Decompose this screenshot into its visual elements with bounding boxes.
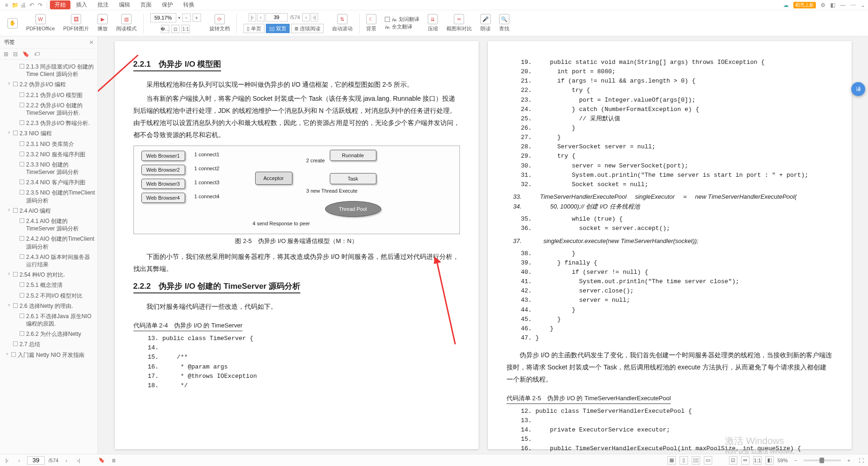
bookmark2-icon[interactable]: 🏷 <box>34 51 40 57</box>
tts-button[interactable]: 🎤朗读 <box>477 14 494 32</box>
continuous-view[interactable]: ≣连续阅读 <box>291 24 324 33</box>
bookmark-item[interactable]: 2.6.2 为什么选择Netty <box>0 329 97 339</box>
page-input[interactable] <box>265 13 288 21</box>
zoom-slider[interactable] <box>804 459 841 461</box>
status-page-input[interactable] <box>27 456 45 465</box>
read-mode[interactable]: ▥阅读模式 <box>112 14 140 32</box>
bookmark-item[interactable]: 2.3.1 NIO 类库简介 <box>0 139 97 149</box>
minimize-icon[interactable]: — <box>840 2 846 8</box>
close-sidebar[interactable]: ✕ <box>89 39 94 46</box>
next-page[interactable]: › <box>302 13 310 21</box>
menu-convert[interactable]: 转换 <box>179 0 199 9</box>
bookmark-item[interactable]: 2.2.1 伪异步I/O 模型图 <box>0 90 97 100</box>
bookmark-item[interactable]: ▿2.4 AIO 编程 <box>0 206 97 216</box>
autoscroll-button[interactable]: ⇅自动滚动 <box>328 14 356 32</box>
bookmark-item[interactable]: 2.2.3 伪异步I/O 弊端分析. <box>0 118 97 128</box>
zoom-in[interactable]: + <box>193 14 201 22</box>
bookmark-tree[interactable]: 2.1.3 同步阻塞式I/O 创建的Time Client 源码分析▿2.2 伪… <box>0 60 97 454</box>
bookmark-item[interactable]: 2.5.1 概念澄清 <box>0 280 97 290</box>
view-mode-4-icon[interactable]: ▭ <box>704 456 712 465</box>
bookmark-item[interactable]: 2.3.3 NIO 创建的TimeServer 源码分析 <box>0 160 97 177</box>
expand-all-icon[interactable]: ⊞ <box>4 51 8 57</box>
compress-button[interactable]: ⇊压缩 <box>424 14 442 32</box>
view-mode-3-icon[interactable]: ▯▯ <box>692 456 700 465</box>
pdf-to-image[interactable]: 🖼PDF转图片 <box>60 14 93 32</box>
status-bookmark-icon[interactable]: 🔖 <box>97 456 106 465</box>
bookmark-item[interactable]: 2.7 总结 <box>0 339 97 349</box>
status-zoom-out[interactable]: − <box>792 456 800 465</box>
bookmark-icon[interactable]: 🔖 <box>22 51 29 57</box>
prev-page[interactable]: ‹ <box>257 13 264 21</box>
crop-icon: ✂ <box>454 14 464 24</box>
bookmark-item[interactable]: ▿入门篇 Netty NIO 开发指南 <box>0 350 97 360</box>
fullscreen-icon[interactable]: ⛶ <box>857 456 865 465</box>
bookmark-item[interactable]: 2.4.2 AIO 创建的TimeClient 源码分析 <box>0 234 97 251</box>
status-prev[interactable]: ‹ <box>15 456 23 465</box>
play-button[interactable]: ▶播放 <box>94 14 111 32</box>
bookmark-item[interactable]: 2.3.2 NIO 服务端序列图 <box>0 149 97 160</box>
menu-protect[interactable]: 保护 <box>157 0 178 9</box>
cloud-icon[interactable]: ☁ <box>783 2 789 8</box>
fit-1-icon[interactable]: ⊡ <box>729 456 737 465</box>
status-note-icon[interactable]: 🗎 <box>110 456 118 465</box>
crop-button[interactable]: ✂截图和对比 <box>443 14 476 32</box>
view-mode-1-icon[interactable]: ▦ <box>667 456 676 465</box>
open-icon[interactable]: 📁 <box>11 1 19 9</box>
single-page-view[interactable]: ▯单页 <box>243 24 264 33</box>
menu-annotate[interactable]: 批注 <box>93 0 113 9</box>
skin-icon[interactable]: ◧ <box>830 2 835 8</box>
fit-3-icon[interactable]: 1:1 <box>753 456 762 465</box>
word-translate[interactable]: 🗛划词翻译 <box>385 16 419 23</box>
actual-size-icon[interactable]: 1:1 <box>181 25 190 33</box>
bookmark-item[interactable]: ▿2.3 NIO 编程 <box>0 128 97 139</box>
menu-insert[interactable]: 插入 <box>71 0 92 9</box>
menu-page[interactable]: 页面 <box>136 0 156 9</box>
settings-icon[interactable]: ⚙ <box>820 2 826 8</box>
fit-4-icon[interactable]: ◧ <box>765 456 774 465</box>
view-mode-2-icon[interactable]: ▯ <box>680 456 688 465</box>
find-button[interactable]: 🔍查找 <box>495 14 513 32</box>
bookmark-item[interactable]: ▿2.6 选择Netty 的理由. <box>0 301 97 311</box>
bookmark-item[interactable]: 2.3.4 NIO 客户端序列图 <box>0 177 97 188</box>
zoom-out[interactable]: − <box>182 14 191 22</box>
diagram-task: Task <box>330 173 376 184</box>
collapse-all-icon[interactable]: ⊟ <box>13 51 18 57</box>
bookmark-item[interactable]: ▿2.54 种I/O 的对比. <box>0 270 97 280</box>
pdf-to-office[interactable]: WPDF转Office <box>22 14 59 32</box>
status-zoom-in[interactable]: + <box>845 456 853 465</box>
fit-width-icon[interactable]: �… <box>161 25 169 33</box>
hand-tool[interactable]: ✋ <box>4 18 21 28</box>
first-page[interactable]: |‹ <box>249 13 256 21</box>
bookmark-item[interactable]: ▿2.2 伪异步I/O 编程 <box>0 79 97 90</box>
fit-page-icon[interactable]: ⊡ <box>171 25 180 33</box>
translate-bubble[interactable]: 译 <box>851 82 865 96</box>
menu-start[interactable]: 开始 <box>50 0 70 9</box>
status-first[interactable]: |‹ <box>3 456 11 465</box>
status-next[interactable]: › <box>62 456 70 465</box>
rotate-button[interactable]: ⟳旋转文档 <box>206 14 234 32</box>
status-last[interactable]: ›| <box>74 456 83 465</box>
bookmark-item[interactable]: 2.4.1 AIO 创建的TimeServer 源码分析 <box>0 216 97 234</box>
speaker-icon: 🎤 <box>480 14 491 24</box>
save-icon[interactable]: 🖨 <box>20 1 27 9</box>
fit-2-icon[interactable]: ⇔ <box>741 456 750 465</box>
vip-badge[interactable]: 稻壳上新 <box>793 2 816 8</box>
menu-edit[interactable]: 编辑 <box>114 0 135 9</box>
zoom-input[interactable] <box>150 13 176 22</box>
redo-icon[interactable]: ↷ <box>36 1 44 9</box>
bookmark-item[interactable]: 2.6.1 不选择Java 原生NIO 编程的原因. <box>0 311 97 329</box>
bookmark-item[interactable]: 2.4.3 AIO 版本时间服务器运行结果 <box>0 252 97 270</box>
undo-icon[interactable]: ↶ <box>28 1 35 9</box>
bookmark-item[interactable]: 2.5.2 不同I/O 模型对比 <box>0 291 97 301</box>
dropdown-icon[interactable]: ⌄ <box>861 2 865 8</box>
bookmark-item[interactable]: 2.2.2 伪异步I/O 创建的TimeServer 源码分析. <box>0 100 97 118</box>
more-icon[interactable]: ⋯ <box>850 2 856 8</box>
background-button[interactable]: ☾背景 <box>362 14 380 32</box>
bookmark-item[interactable]: 2.3.5 NIO 创建的TimeClient 源码分析 <box>0 188 97 205</box>
pdf-viewer[interactable]: 2.2.1 伪异步 I/O 模型图 采用线程池和任务队列可以实现一种叫做伪异步的… <box>98 36 868 454</box>
double-page-view[interactable]: ▯▯双页 <box>266 24 290 33</box>
bookmark-item[interactable]: 2.1.3 同步阻塞式I/O 创建的Time Client 源码分析 <box>0 62 97 79</box>
full-translate[interactable]: 🗛全文翻译 <box>385 23 419 30</box>
last-page[interactable]: ›| <box>311 13 318 21</box>
menu-icon[interactable]: ≡ <box>3 1 10 9</box>
